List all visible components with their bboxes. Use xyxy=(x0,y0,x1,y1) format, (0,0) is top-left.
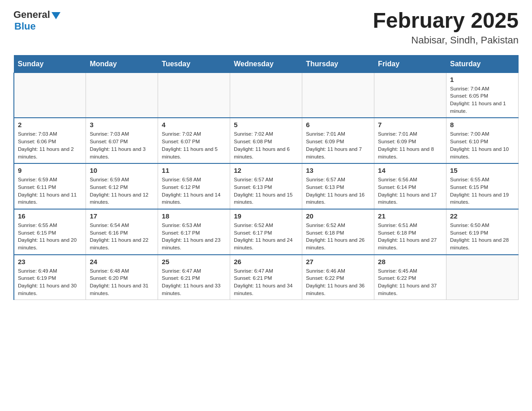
day-number: 9 xyxy=(18,167,82,174)
calendar-cell: 4Sunrise: 7:02 AMSunset: 6:07 PMDaylight… xyxy=(158,118,230,163)
calendar-cell: 14Sunrise: 6:56 AMSunset: 6:14 PMDayligh… xyxy=(374,163,446,209)
calendar-week-row: 23Sunrise: 6:49 AMSunset: 6:19 PMDayligh… xyxy=(14,255,519,300)
day-info: Sunrise: 7:01 AMSunset: 6:09 PMDaylight:… xyxy=(306,130,370,160)
weekday-header-thursday: Thursday xyxy=(302,55,374,73)
day-info: Sunrise: 6:57 AMSunset: 6:13 PMDaylight:… xyxy=(306,176,370,206)
day-number: 20 xyxy=(306,212,370,220)
day-info: Sunrise: 7:02 AMSunset: 6:08 PMDaylight:… xyxy=(234,130,298,160)
calendar-cell: 28Sunrise: 6:45 AMSunset: 6:22 PMDayligh… xyxy=(374,255,446,300)
day-number: 2 xyxy=(18,121,82,128)
day-info: Sunrise: 7:04 AMSunset: 6:05 PMDaylight:… xyxy=(450,85,515,115)
calendar-cell: 1Sunrise: 7:04 AMSunset: 6:05 PMDaylight… xyxy=(446,73,519,118)
calendar-cell: 21Sunrise: 6:51 AMSunset: 6:18 PMDayligh… xyxy=(374,209,446,255)
day-number: 24 xyxy=(90,258,154,265)
weekday-header-tuesday: Tuesday xyxy=(158,55,230,73)
weekday-header-friday: Friday xyxy=(374,55,446,73)
day-number: 28 xyxy=(378,258,442,265)
day-info: Sunrise: 6:59 AMSunset: 6:12 PMDaylight:… xyxy=(90,176,154,206)
day-info: Sunrise: 6:59 AMSunset: 6:11 PMDaylight:… xyxy=(18,176,82,206)
calendar-cell xyxy=(230,73,302,118)
day-info: Sunrise: 7:02 AMSunset: 6:07 PMDaylight:… xyxy=(162,130,226,160)
day-number: 10 xyxy=(90,167,154,174)
day-number: 4 xyxy=(162,121,226,128)
day-number: 21 xyxy=(378,212,442,220)
day-info: Sunrise: 6:53 AMSunset: 6:17 PMDaylight:… xyxy=(162,222,226,252)
location-subtitle: Nabisar, Sindh, Pakistan xyxy=(373,34,519,46)
calendar-cell xyxy=(14,73,86,118)
calendar-cell: 18Sunrise: 6:53 AMSunset: 6:17 PMDayligh… xyxy=(158,209,230,255)
day-number: 25 xyxy=(162,258,226,265)
day-info: Sunrise: 7:00 AMSunset: 6:10 PMDaylight:… xyxy=(450,130,515,160)
day-number: 23 xyxy=(18,258,82,265)
calendar-cell: 17Sunrise: 6:54 AMSunset: 6:16 PMDayligh… xyxy=(86,209,158,255)
calendar-cell: 20Sunrise: 6:52 AMSunset: 6:18 PMDayligh… xyxy=(302,209,374,255)
day-number: 6 xyxy=(306,121,370,128)
title-block: February 2025 Nabisar, Sindh, Pakistan xyxy=(373,9,519,46)
day-info: Sunrise: 6:54 AMSunset: 6:16 PMDaylight:… xyxy=(90,222,154,252)
day-number: 13 xyxy=(306,167,370,174)
calendar-cell: 27Sunrise: 6:46 AMSunset: 6:22 PMDayligh… xyxy=(302,255,374,300)
calendar-cell: 23Sunrise: 6:49 AMSunset: 6:19 PMDayligh… xyxy=(14,255,86,300)
day-number: 27 xyxy=(306,258,370,265)
day-info: Sunrise: 6:50 AMSunset: 6:19 PMDaylight:… xyxy=(450,222,515,252)
calendar-cell: 12Sunrise: 6:57 AMSunset: 6:13 PMDayligh… xyxy=(230,163,302,209)
day-number: 16 xyxy=(18,212,82,220)
calendar-week-row: 2Sunrise: 7:03 AMSunset: 6:06 PMDaylight… xyxy=(14,118,519,163)
logo-blue-text: Blue xyxy=(14,21,36,32)
calendar-cell: 24Sunrise: 6:48 AMSunset: 6:20 PMDayligh… xyxy=(86,255,158,300)
day-number: 12 xyxy=(234,167,298,174)
weekday-header-wednesday: Wednesday xyxy=(230,55,302,73)
calendar-cell xyxy=(158,73,230,118)
calendar-cell: 9Sunrise: 6:59 AMSunset: 6:11 PMDaylight… xyxy=(14,163,86,209)
day-info: Sunrise: 7:03 AMSunset: 6:07 PMDaylight:… xyxy=(90,130,154,160)
day-number: 19 xyxy=(234,212,298,220)
calendar-cell: 6Sunrise: 7:01 AMSunset: 6:09 PMDaylight… xyxy=(302,118,374,163)
month-year-title: February 2025 xyxy=(373,9,519,33)
calendar-cell: 5Sunrise: 7:02 AMSunset: 6:08 PMDaylight… xyxy=(230,118,302,163)
day-number: 3 xyxy=(90,121,154,128)
day-info: Sunrise: 7:03 AMSunset: 6:06 PMDaylight:… xyxy=(18,130,82,160)
calendar-cell: 7Sunrise: 7:01 AMSunset: 6:09 PMDaylight… xyxy=(374,118,446,163)
day-info: Sunrise: 6:55 AMSunset: 6:15 PMDaylight:… xyxy=(18,222,82,252)
day-info: Sunrise: 6:49 AMSunset: 6:19 PMDaylight:… xyxy=(18,267,82,297)
day-info: Sunrise: 6:45 AMSunset: 6:22 PMDaylight:… xyxy=(378,267,442,297)
calendar-cell xyxy=(446,255,519,300)
day-number: 22 xyxy=(450,212,515,220)
calendar-cell: 3Sunrise: 7:03 AMSunset: 6:07 PMDaylight… xyxy=(86,118,158,163)
page-header: General Blue February 2025 Nabisar, Sind… xyxy=(13,9,519,46)
calendar-cell xyxy=(374,73,446,118)
logo-arrow-icon xyxy=(51,12,60,19)
calendar-cell: 13Sunrise: 6:57 AMSunset: 6:13 PMDayligh… xyxy=(302,163,374,209)
day-number: 18 xyxy=(162,212,226,220)
day-info: Sunrise: 7:01 AMSunset: 6:09 PMDaylight:… xyxy=(378,130,442,160)
calendar-cell: 19Sunrise: 6:52 AMSunset: 6:17 PMDayligh… xyxy=(230,209,302,255)
weekday-header-saturday: Saturday xyxy=(446,55,519,73)
day-info: Sunrise: 6:47 AMSunset: 6:21 PMDaylight:… xyxy=(162,267,226,297)
calendar-cell: 11Sunrise: 6:58 AMSunset: 6:12 PMDayligh… xyxy=(158,163,230,209)
logo-general-text: General xyxy=(13,9,50,21)
day-number: 11 xyxy=(162,167,226,174)
day-info: Sunrise: 6:48 AMSunset: 6:20 PMDaylight:… xyxy=(90,267,154,297)
calendar-week-row: 1Sunrise: 7:04 AMSunset: 6:05 PMDaylight… xyxy=(14,73,519,118)
calendar-cell xyxy=(302,73,374,118)
day-info: Sunrise: 6:51 AMSunset: 6:18 PMDaylight:… xyxy=(378,222,442,252)
weekday-header-monday: Monday xyxy=(86,55,158,73)
calendar-cell xyxy=(86,73,158,118)
calendar-table: SundayMondayTuesdayWednesdayThursdayFrid… xyxy=(13,55,519,300)
calendar-cell: 16Sunrise: 6:55 AMSunset: 6:15 PMDayligh… xyxy=(14,209,86,255)
calendar-cell: 15Sunrise: 6:55 AMSunset: 6:15 PMDayligh… xyxy=(446,163,519,209)
calendar-cell: 25Sunrise: 6:47 AMSunset: 6:21 PMDayligh… xyxy=(158,255,230,300)
calendar-cell: 8Sunrise: 7:00 AMSunset: 6:10 PMDaylight… xyxy=(446,118,519,163)
calendar-cell: 2Sunrise: 7:03 AMSunset: 6:06 PMDaylight… xyxy=(14,118,86,163)
day-number: 17 xyxy=(90,212,154,220)
day-info: Sunrise: 6:52 AMSunset: 6:18 PMDaylight:… xyxy=(306,222,370,252)
day-info: Sunrise: 6:58 AMSunset: 6:12 PMDaylight:… xyxy=(162,176,226,206)
calendar-cell: 10Sunrise: 6:59 AMSunset: 6:12 PMDayligh… xyxy=(86,163,158,209)
day-number: 15 xyxy=(450,167,515,174)
day-number: 7 xyxy=(378,121,442,128)
day-number: 5 xyxy=(234,121,298,128)
day-number: 14 xyxy=(378,167,442,174)
weekday-header-sunday: Sunday xyxy=(14,55,86,73)
logo: General Blue xyxy=(13,9,60,32)
day-info: Sunrise: 6:46 AMSunset: 6:22 PMDaylight:… xyxy=(306,267,370,297)
